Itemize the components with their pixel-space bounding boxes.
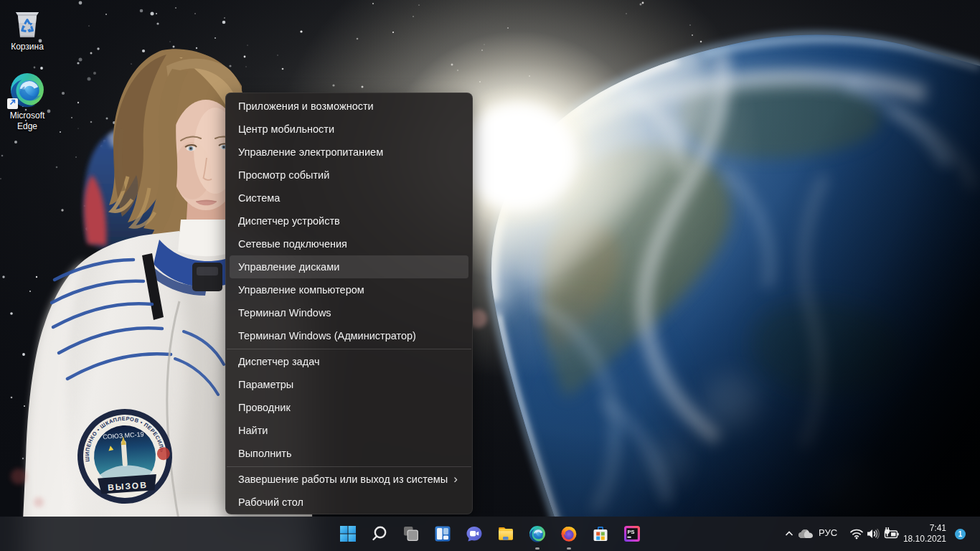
svg-text:PS: PS xyxy=(627,529,634,535)
